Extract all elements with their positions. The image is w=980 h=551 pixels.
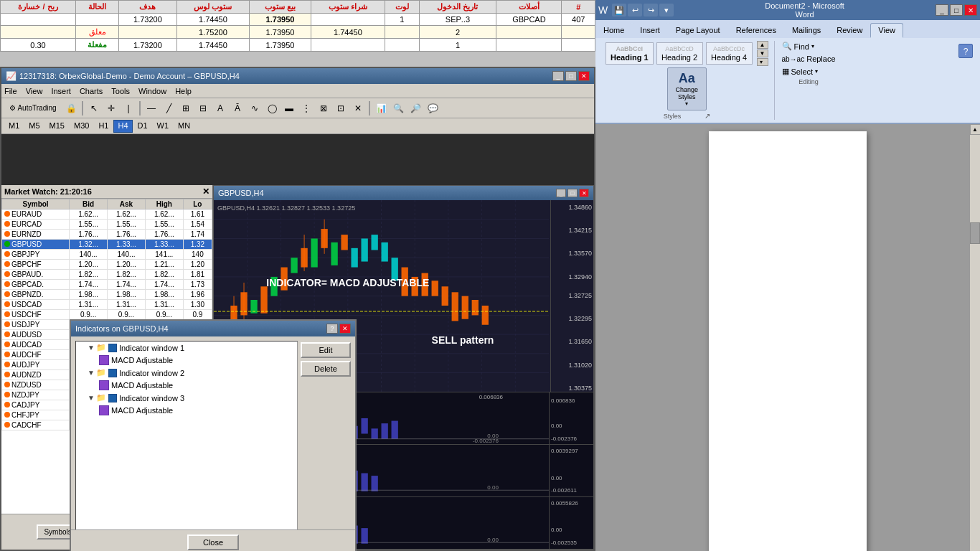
toolbar-arrow[interactable]: ∿ [247,100,263,116]
help-button[interactable]: ? [958,44,973,58]
close-dialog-button[interactable]: Close [187,534,239,550]
market-watch-row[interactable]: EURCAD 1.55... 1.55... 1.55... 1.54 [2,220,212,230]
tab-pagelayout[interactable]: Page Layout [668,23,728,38]
menu-charts[interactable]: Charts [80,87,103,95]
toolbar-delete[interactable]: ✕ [350,100,366,116]
menu-insert[interactable]: Insert [51,87,71,95]
chart-close[interactable]: ✕ [579,189,589,197]
save-qat-btn[interactable]: 💾 [612,4,626,17]
scroll-thumb[interactable] [970,222,980,244]
minimize-button[interactable]: _ [552,71,564,81]
tab-view[interactable]: View [870,23,903,38]
style-down-arrow[interactable]: ▼ [757,50,768,57]
replace-button[interactable]: ab→ac Replace [781,54,837,64]
toolbar-fib2[interactable]: ⊠ [316,100,331,116]
tf-m5[interactable]: M5 [24,120,44,133]
toolbar-chart[interactable]: 📊 [373,100,389,116]
toolbar-zoom2[interactable]: 🔎 [407,100,423,116]
maximize-button[interactable]: □ [565,71,577,81]
menu-file[interactable]: File [4,87,17,95]
toolbar-btn1[interactable]: 🔒 [63,100,79,116]
redo-qat-btn[interactable]: ↪ [644,4,658,17]
scroll-track[interactable] [970,135,980,551]
tree-indicator-window-2[interactable]: ▼ 📁 Indicator window 2 [76,367,297,379]
find-button[interactable]: 🔍 Find ▾ [781,41,816,52]
heading2-style[interactable]: AaBbCcD Heading 2 [656,42,703,65]
tab-review[interactable]: Review [829,23,870,38]
toolbar-rect[interactable]: ◯ [264,100,280,116]
undo-qat-btn[interactable]: ↩ [628,4,642,17]
market-watch-row[interactable]: EURAUD 1.62... 1.62... 1.62... 1.61 [2,209,212,220]
toolbar-label[interactable]: Ā [230,100,245,116]
market-watch-row[interactable]: GBPJPY 140... 140... 141... 140 [2,250,212,260]
dialog-close[interactable]: ✕ [339,324,351,334]
tab-references[interactable]: References [728,23,784,38]
toolbar-chan[interactable]: ⋮ [298,100,314,116]
edit-button[interactable]: Edit [301,342,351,358]
market-watch-row[interactable]: EURNZD 1.76... 1.76... 1.76... 1.74 [2,230,212,240]
word-minimize[interactable]: _ [936,4,948,16]
tf-h1[interactable]: H1 [94,120,113,133]
chart-maximize[interactable]: □ [567,189,578,197]
delete-button[interactable]: Delete [301,361,351,377]
toolbar-tline[interactable]: ╱ [161,100,176,116]
toolbar-bubble[interactable]: 💬 [425,100,440,116]
word-maximize[interactable]: □ [950,4,963,16]
toolbar-zoomin[interactable]: | [121,100,136,116]
menu-help[interactable]: Help [175,87,192,95]
tf-m15[interactable]: M15 [45,120,69,133]
dropdown-qat-btn[interactable]: ▾ [659,4,674,17]
tf-mn[interactable]: MN [174,120,194,133]
market-watch-row[interactable]: GBPNZD. 1.98... 1.98... 1.98... 1.96 [2,290,212,300]
toolbar-hline[interactable]: — [143,100,159,116]
toolbar-tri[interactable]: ▬ [281,100,297,116]
tf-m1[interactable]: M1 [4,120,24,133]
chart-minimize[interactable]: _ [556,189,566,197]
tree-macd-1[interactable]: MACD Adjustable [76,354,297,367]
market-watch-row[interactable]: USDCAD 1.31... 1.31... 1.31... 1.30 [2,300,212,310]
tree-macd-3[interactable]: MACD Adjustable [76,404,297,417]
svg-rect-31 [351,248,357,268]
tree-macd-2[interactable]: MACD Adjustable [76,379,297,392]
market-watch-row[interactable]: GBPCAD. 1.74... 1.74... 1.74... 1.73 [2,280,212,290]
close-button[interactable]: ✕ [578,71,590,81]
heading4-style[interactable]: AaBbCcDc Heading 4 [706,42,753,65]
tf-h4[interactable]: H4 [113,120,132,133]
autotrading-btn[interactable]: ⚙ AutoTrading [4,100,62,116]
dialog-help[interactable]: ? [326,324,338,334]
svg-rect-27 [311,238,317,267]
toolbar-text[interactable]: A [212,100,228,116]
menu-view[interactable]: View [26,87,43,95]
tab-home[interactable]: Home [595,23,632,38]
tab-insert[interactable]: Insert [632,23,668,38]
styles-dialog-launcher[interactable]: ↗ [705,112,710,120]
style-up-arrow[interactable]: ▲ [757,41,768,49]
toolbar-crosshair[interactable]: ✛ [103,100,119,116]
tf-m30[interactable]: M30 [70,120,93,133]
market-watch-row[interactable]: GBPCHF 1.20... 1.20... 1.21... 1.20 [2,260,212,270]
market-watch-row[interactable]: USDCHF 0.9... 0.9... 0.9... 0.9 [2,310,212,320]
tf-d1[interactable]: D1 [133,120,152,133]
toolbar-fib[interactable]: ⊞ [178,100,194,116]
toolbar-gann[interactable]: ⊡ [333,100,349,116]
tree-indicator-window-3[interactable]: ▼ 📁 Indicator window 3 [76,392,297,404]
tf-w1[interactable]: W1 [153,120,174,133]
scroll-up-button[interactable]: ▲ [970,124,981,135]
tab-mailings[interactable]: Mailings [784,23,829,38]
menu-window[interactable]: Window [138,87,166,95]
tree-indicator-window-1[interactable]: ▼ 📁 Indicator window 1 [76,342,297,354]
toolbar-obj1[interactable]: ⊟ [195,100,211,116]
toolbar-zoom[interactable]: 🔍 [390,100,406,116]
style-expand-arrow[interactable]: ▾ [757,58,768,66]
change-styles-button[interactable]: Aa ChangeStyles ▾ [667,67,707,110]
word-close[interactable]: ✕ [964,4,977,16]
menu-tools[interactable]: Tools [111,87,130,95]
heading1-style[interactable]: AaBbCcI Heading 1 [606,42,654,65]
select-button[interactable]: ▦ Select ▾ [781,66,820,77]
find-dropdown[interactable]: ▾ [811,43,814,50]
toolbar-cursor[interactable]: ↖ [86,100,102,116]
market-watch-row[interactable]: GBPUSD 1.32... 1.33... 1.33... 1.32 [2,240,212,250]
select-dropdown[interactable]: ▾ [815,68,818,75]
market-watch-row[interactable]: GBPAUD. 1.82... 1.82... 1.82... 1.81 [2,270,212,280]
market-watch-close[interactable]: ✕ [202,187,209,197]
